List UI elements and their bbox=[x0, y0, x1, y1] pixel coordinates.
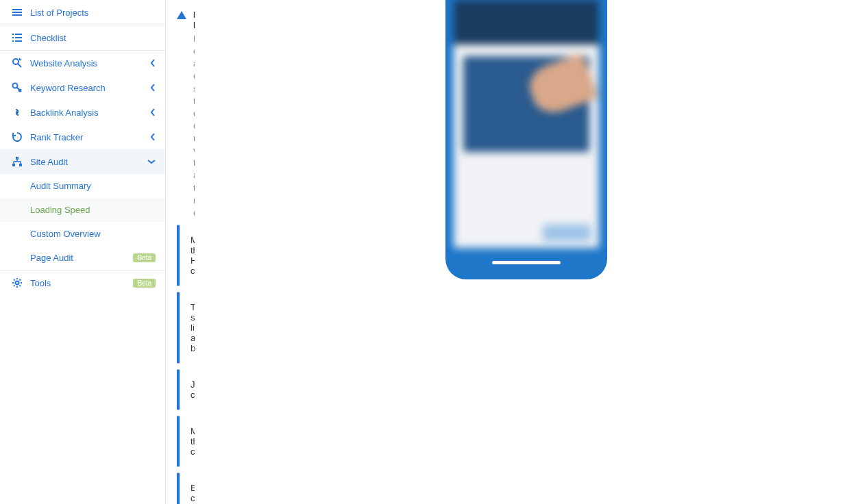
nav-backlink-analysis[interactable]: Backlink Analysis bbox=[0, 100, 165, 125]
phone-home-indicator bbox=[492, 261, 561, 264]
accordion-minify-html: Minifying the HTML code bbox=[177, 225, 180, 286]
link-icon bbox=[10, 107, 25, 118]
chevron-down-icon bbox=[147, 159, 156, 164]
checklist-icon bbox=[10, 32, 25, 43]
nav-site-audit[interactable]: Site Audit bbox=[0, 149, 165, 174]
sidebar: List of Projects Checklist Website Analy… bbox=[0, 0, 166, 504]
nav-custom-overview[interactable]: Custom Overview bbox=[0, 222, 165, 246]
nav-tools[interactable]: Tools Beta bbox=[0, 270, 165, 295]
nav-checklist[interactable]: Checklist bbox=[0, 25, 165, 51]
accordion-header[interactable]: The size of links and buttons bbox=[180, 292, 195, 363]
chevron-left-icon bbox=[150, 84, 156, 92]
chevron-left-icon bbox=[150, 108, 156, 116]
accordion-header[interactable]: Enabling the compression bbox=[180, 473, 195, 504]
phone-screen bbox=[454, 0, 599, 248]
accordion-header[interactable]: Minifying the HTML code bbox=[180, 225, 195, 286]
svg-rect-4 bbox=[19, 164, 22, 166]
beta-badge: Beta bbox=[133, 279, 156, 288]
nav-label: Audit Summary bbox=[30, 181, 91, 191]
accordion-compression: Enabling the compression bbox=[177, 473, 180, 504]
svg-rect-3 bbox=[12, 164, 15, 166]
nav-label: Tools bbox=[30, 278, 51, 288]
nav-label: Page Audit bbox=[30, 253, 73, 263]
nav-keyword-research[interactable]: Keyword Research bbox=[0, 75, 165, 100]
nav-label: List of Projects bbox=[30, 8, 88, 18]
beta-badge: Beta bbox=[133, 253, 156, 262]
hamburger-icon bbox=[10, 7, 25, 18]
chevron-left-icon bbox=[150, 59, 156, 67]
gear-icon bbox=[10, 277, 25, 288]
nav-label: Site Audit bbox=[30, 157, 68, 167]
accordion-header[interactable]: JavaScript compacting bbox=[180, 370, 195, 410]
accordion-header[interactable]: Minifying the CSS code bbox=[180, 416, 195, 466]
warning-triangle-icon bbox=[177, 11, 186, 19]
nav-label: Keyword Research bbox=[30, 83, 106, 93]
nav-label: Custom Overview bbox=[30, 229, 101, 239]
chevron-left-icon bbox=[150, 133, 156, 141]
nav-label: Backlink Analysis bbox=[30, 108, 99, 118]
nav-label: Loading Speed bbox=[30, 205, 90, 215]
phone-mockup bbox=[445, 0, 607, 279]
nav-audit-summary[interactable]: Audit Summary bbox=[0, 174, 165, 198]
svg-point-5 bbox=[16, 281, 19, 285]
main-content: Middle Priority List of errors that are … bbox=[166, 0, 195, 504]
key-icon bbox=[10, 82, 25, 93]
nav-rank-tracker[interactable]: Rank Tracker bbox=[0, 125, 165, 149]
nav-label: Rank Tracker bbox=[30, 132, 83, 142]
nav-website-analysis[interactable]: Website Analysis bbox=[0, 51, 165, 75]
history-icon bbox=[10, 131, 25, 142]
sitemap-icon bbox=[10, 156, 25, 167]
preview-panel bbox=[195, 0, 858, 504]
nav-page-audit[interactable]: Page Audit Beta bbox=[0, 246, 165, 270]
nav-loading-speed[interactable]: Loading Speed bbox=[0, 198, 165, 222]
nav-label: Checklist bbox=[30, 33, 66, 43]
accordion-minify-css: Minifying the CSS code bbox=[177, 416, 180, 467]
analysis-icon bbox=[10, 58, 25, 68]
accordion-js-compacting: JavaScript compacting bbox=[177, 369, 180, 410]
nav-list-of-projects[interactable]: List of Projects bbox=[0, 0, 165, 25]
svg-rect-2 bbox=[16, 157, 19, 160]
accordion-links-buttons-size: The size of links and buttons bbox=[177, 292, 180, 364]
nav-label: Website Analysis bbox=[30, 58, 97, 68]
svg-point-0 bbox=[13, 59, 19, 64]
